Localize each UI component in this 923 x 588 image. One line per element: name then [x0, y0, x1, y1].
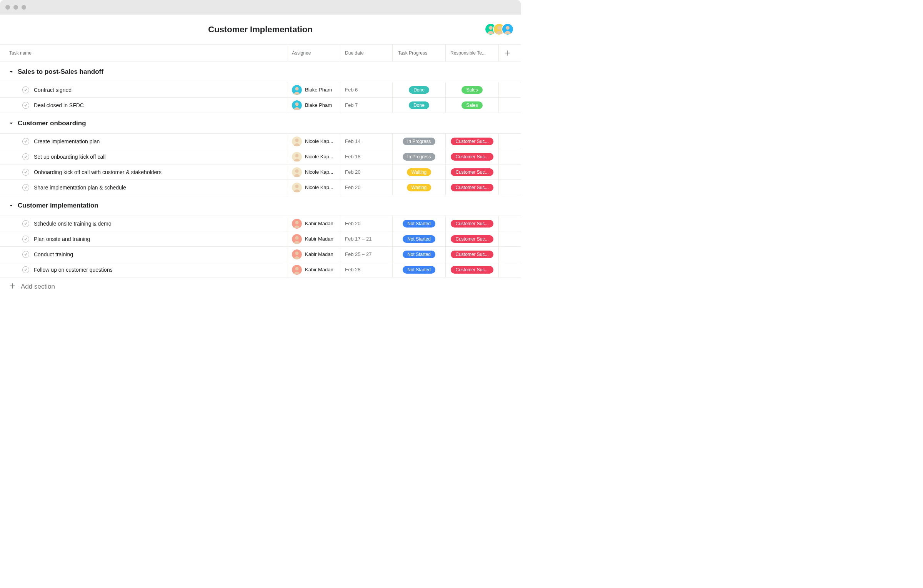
row-extra-cell [498, 149, 515, 164]
assignee-avatar[interactable] [292, 265, 302, 275]
column-header-assignee[interactable]: Assignee [288, 45, 340, 61]
svg-point-1 [489, 26, 493, 30]
assignee-avatar[interactable] [292, 234, 302, 244]
due-date: Feb 20 [345, 169, 360, 175]
team-pill[interactable]: Customer Suc... [451, 266, 493, 274]
complete-task-toggle[interactable] [22, 220, 29, 227]
assignee-avatar[interactable] [292, 152, 302, 162]
caret-down-icon [9, 204, 13, 208]
page-title: Customer Implementation [208, 25, 312, 35]
task-title: Conduct training [34, 251, 73, 257]
task-title: Set up onboarding kick off call [34, 154, 106, 160]
assignee-avatar[interactable] [292, 249, 302, 259]
assignee-avatar[interactable] [292, 167, 302, 177]
section-title: Customer onboarding [18, 120, 86, 127]
task-title: Schedule onsite training & demo [34, 221, 112, 227]
column-header-due[interactable]: Due date [340, 45, 392, 61]
assignee-name: Kabir Madan [305, 251, 333, 257]
due-date: Feb 7 [345, 102, 358, 108]
plus-icon [505, 50, 510, 56]
assignee-avatar[interactable] [292, 85, 302, 95]
section-header[interactable]: Customer onboarding [0, 113, 521, 134]
window-chrome [0, 0, 521, 15]
team-pill[interactable]: Sales [462, 101, 482, 109]
team-pill[interactable]: Customer Suc... [451, 235, 493, 243]
complete-task-toggle[interactable] [22, 86, 29, 93]
progress-pill[interactable]: In Progress [403, 153, 435, 161]
complete-task-toggle[interactable] [22, 153, 29, 160]
due-date: Feb 20 [345, 184, 360, 190]
task-title: Create implementation plan [34, 138, 100, 145]
progress-pill[interactable]: Not Started [403, 235, 435, 243]
progress-pill[interactable]: Done [409, 86, 429, 94]
due-date: Feb 28 [345, 267, 360, 272]
assignee-name: Nicole Kap... [305, 184, 333, 190]
complete-task-toggle[interactable] [22, 102, 29, 109]
window-dot [22, 5, 26, 10]
plus-icon [9, 283, 15, 291]
progress-pill[interactable]: Not Started [403, 266, 435, 274]
complete-task-toggle[interactable] [22, 251, 29, 258]
svg-point-13 [295, 154, 299, 157]
avatar[interactable] [501, 23, 514, 35]
assignee-name: Nicole Kap... [305, 154, 333, 159]
team-pill[interactable]: Sales [462, 86, 482, 94]
due-date: Feb 14 [345, 138, 360, 144]
task-row[interactable]: Create implementation plan Nicole Kap...… [0, 134, 521, 149]
section-header[interactable]: Sales to post-Sales handoff [0, 61, 521, 82]
progress-pill[interactable]: Not Started [403, 251, 435, 258]
svg-point-15 [295, 169, 299, 173]
assignee-name: Blake Pham [305, 87, 332, 93]
task-row[interactable]: Set up onboarding kick off call Nicole K… [0, 149, 521, 164]
column-header-team[interactable]: Responsible Te... [445, 45, 498, 61]
progress-pill[interactable]: Waiting [407, 184, 432, 191]
progress-pill[interactable]: Not Started [403, 220, 435, 228]
assignee-avatar[interactable] [292, 136, 302, 146]
due-date: Feb 17 – 21 [345, 236, 372, 242]
assignee-avatar[interactable] [292, 100, 302, 110]
assignee-name: Nicole Kap... [305, 169, 333, 175]
section-header[interactable]: Customer implementation [0, 195, 521, 216]
task-row[interactable]: Follow up on customer questions Kabir Ma… [0, 262, 521, 277]
team-pill[interactable]: Customer Suc... [451, 220, 493, 228]
due-date: Feb 18 [345, 154, 360, 159]
assignee-name: Kabir Madan [305, 267, 333, 272]
task-row[interactable]: Schedule onsite training & demo Kabir Ma… [0, 216, 521, 231]
task-title: Onboarding kick off call with customer &… [34, 169, 162, 175]
member-avatars[interactable] [488, 23, 514, 35]
complete-task-toggle[interactable] [22, 138, 29, 145]
task-row[interactable]: Contract signed Blake Pham Feb 6 Done Sa… [0, 82, 521, 98]
team-pill[interactable]: Customer Suc... [451, 184, 493, 191]
column-header-task[interactable]: Task name [0, 50, 288, 56]
svg-point-3 [497, 26, 501, 30]
task-title: Deal closed in SFDC [34, 102, 84, 108]
team-pill[interactable]: Customer Suc... [451, 153, 493, 161]
progress-pill[interactable]: In Progress [403, 138, 435, 145]
complete-task-toggle[interactable] [22, 169, 29, 176]
due-date: Feb 20 [345, 221, 360, 226]
add-column-button[interactable] [498, 45, 515, 61]
team-pill[interactable]: Customer Suc... [451, 168, 493, 176]
assignee-avatar[interactable] [292, 183, 302, 193]
team-pill[interactable]: Customer Suc... [451, 251, 493, 258]
team-pill[interactable]: Customer Suc... [451, 138, 493, 145]
svg-point-9 [295, 102, 299, 106]
progress-pill[interactable]: Done [409, 101, 429, 109]
progress-pill[interactable]: Waiting [407, 168, 432, 176]
add-section-button[interactable]: Add section [0, 277, 521, 296]
complete-task-toggle[interactable] [22, 184, 29, 191]
task-row[interactable]: Share implementation plan & schedule Nic… [0, 180, 521, 195]
assignee-name: Kabir Madan [305, 221, 333, 226]
task-row[interactable]: Conduct training Kabir Madan Feb 25 – 27… [0, 247, 521, 262]
row-extra-cell [498, 231, 515, 246]
section-title: Sales to post-Sales handoff [18, 68, 103, 76]
task-row[interactable]: Deal closed in SFDC Blake Pham Feb 7 Don… [0, 98, 521, 113]
complete-task-toggle[interactable] [22, 266, 29, 273]
column-header-progress[interactable]: Task Progress [392, 45, 445, 61]
task-row[interactable]: Plan onsite and training Kabir Madan Feb… [0, 231, 521, 247]
assignee-avatar[interactable] [292, 219, 302, 229]
task-row[interactable]: Onboarding kick off call with customer &… [0, 164, 521, 180]
complete-task-toggle[interactable] [22, 236, 29, 243]
header: Customer Implementation [0, 15, 521, 45]
row-extra-cell [498, 247, 515, 262]
